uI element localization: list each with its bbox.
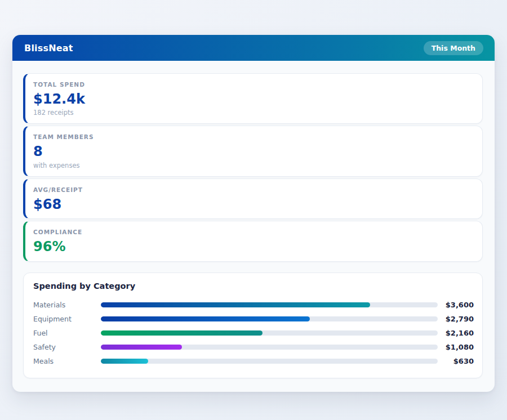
stat-card-total-spend: TOTAL SPEND $12.4k 182 receipts	[23, 73, 483, 124]
category-value: $2,160	[438, 329, 474, 337]
bar-fill-materials	[101, 302, 370, 307]
bar-fill-meals	[101, 359, 148, 364]
bar-track	[101, 302, 438, 307]
category-value: $3,600	[438, 301, 474, 309]
chart-row-safety: Safety $1,080	[33, 340, 474, 354]
category-value: $2,790	[438, 315, 474, 323]
dashboard-panel: BlissNeat This Month TOTAL SPEND $12.4k …	[12, 35, 495, 392]
panel-header: BlissNeat This Month	[12, 35, 495, 61]
category-value: $630	[438, 357, 474, 365]
stat-subtitle: 182 receipts	[33, 109, 473, 117]
stat-card-compliance: COMPLIANCE 96%	[23, 221, 483, 261]
bar-track	[101, 330, 438, 336]
bar-track	[101, 345, 438, 350]
chart-row-meals: Meals $630	[33, 354, 474, 368]
chart-row-materials: Materials $3,600	[33, 298, 474, 312]
panel-body: TOTAL SPEND $12.4k 182 receipts TEAM MEM…	[12, 61, 495, 392]
stat-value: 8	[33, 144, 473, 159]
bar-fill-fuel	[101, 330, 263, 336]
category-label: Safety	[33, 343, 101, 351]
stat-label: COMPLIANCE	[33, 229, 473, 235]
category-label: Equipment	[33, 315, 101, 323]
stat-label: TOTAL SPEND	[33, 81, 473, 88]
stat-card-team-members: TEAM MEMBERS 8 with expenses	[23, 126, 483, 176]
category-label: Materials	[33, 301, 101, 309]
stat-value: 96%	[33, 239, 473, 254]
category-label: Fuel	[33, 329, 101, 337]
stat-value: $68	[33, 197, 473, 212]
chart-title: Spending by Category	[33, 282, 474, 291]
app-title: BlissNeat	[24, 43, 73, 53]
bar-fill-equipment	[101, 316, 310, 321]
stat-label: TEAM MEMBERS	[33, 133, 473, 140]
period-badge[interactable]: This Month	[424, 41, 483, 55]
bar-track	[101, 316, 438, 321]
chart-row-fuel: Fuel $2,160	[33, 326, 474, 340]
bar-track	[101, 359, 438, 364]
stat-subtitle: with expenses	[33, 162, 473, 169]
spending-by-category-chart: Spending by Category Materials $3,600 Eq…	[23, 272, 483, 378]
category-value: $1,080	[438, 343, 474, 351]
bar-fill-safety	[101, 345, 182, 350]
chart-row-equipment: Equipment $2,790	[33, 312, 474, 326]
stat-value: $12.4k	[33, 92, 473, 106]
stat-card-avg-receipt: AVG/RECEIPT $68	[23, 178, 483, 219]
stat-label: AVG/RECEIPT	[33, 186, 473, 193]
category-label: Meals	[33, 357, 101, 365]
